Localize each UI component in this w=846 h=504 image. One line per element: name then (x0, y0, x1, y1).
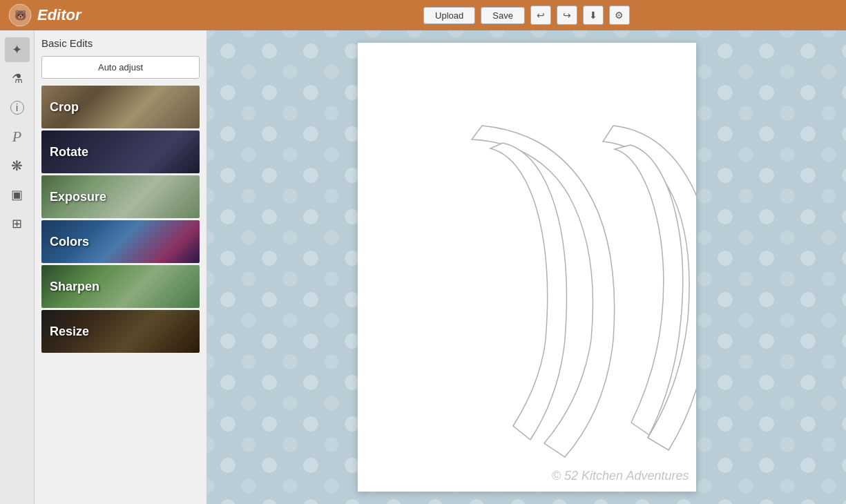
tool-resize-label: Resize (41, 324, 89, 339)
sidebar-item-textures[interactable]: ⊞ (5, 211, 30, 236)
sidebar-item-lab[interactable]: ⚗ (5, 66, 30, 91)
redo-button[interactable]: ↪ (557, 6, 577, 25)
tool-sharpen[interactable]: Sharpen (41, 265, 200, 308)
icon-sidebar: ✦ ⚗ i P ❋ ▣ ⊞ (0, 30, 35, 504)
svg-text:🐻: 🐻 (15, 10, 27, 21)
app-title: Editor (37, 6, 81, 24)
logo-area: 🐻 Editor (8, 3, 81, 27)
panel-title: Basic Edits (41, 37, 200, 49)
text-icon: P (12, 128, 21, 146)
tool-colors[interactable]: Colors (41, 220, 200, 263)
undo-button[interactable]: ↩ (530, 6, 551, 25)
lab-icon: ⚗ (12, 71, 23, 86)
watermark: © 52 Kitchen Adventures (552, 469, 689, 483)
app-header: 🐻 Editor Upload Save ↩ ↪ ⬇ ⚙ (0, 0, 846, 30)
tool-resize[interactable]: Resize (41, 310, 200, 353)
sidebar-item-stickers[interactable]: ❋ (5, 153, 30, 178)
redo-icon: ↪ (563, 10, 571, 21)
sidebar-item-frames[interactable]: ▣ (5, 182, 30, 207)
tool-crop[interactable]: Crop (41, 86, 200, 128)
textures-icon: ⊞ (12, 216, 22, 231)
main-toolbar: Upload Save ↩ ↪ ⬇ ⚙ (207, 0, 846, 30)
auto-adjust-button[interactable]: Auto adjust (41, 56, 200, 79)
upload-button[interactable]: Upload (423, 7, 475, 24)
tool-rotate[interactable]: Rotate (41, 130, 200, 173)
undo-icon: ↩ (537, 10, 545, 21)
canvas-artwork (358, 43, 696, 492)
tool-colors-label: Colors (41, 235, 89, 249)
tool-exposure-label: Exposure (41, 190, 106, 204)
tool-sharpen-label: Sharpen (41, 280, 99, 294)
sidebar-item-effects[interactable]: ✦ (5, 37, 30, 62)
app-logo-icon: 🐻 (8, 3, 32, 27)
white-canvas: © 52 Kitchen Adventures (358, 43, 696, 492)
save-button[interactable]: Save (481, 7, 525, 24)
download-button[interactable]: ⬇ (583, 6, 604, 25)
main-content: ✦ ⚗ i P ❋ ▣ ⊞ Basic Edits Auto ad (0, 30, 846, 504)
tool-exposure[interactable]: Exposure (41, 175, 200, 218)
tool-rotate-label: Rotate (41, 145, 88, 159)
sidebar-item-text[interactable]: P (5, 124, 30, 149)
tool-crop-label: Crop (41, 100, 79, 115)
download-icon: ⬇ (589, 10, 597, 21)
frames-icon: ▣ (11, 187, 23, 202)
settings-icon: ⚙ (615, 10, 624, 21)
canvas-area: © 52 Kitchen Adventures (207, 30, 846, 504)
sidebar-item-info[interactable]: i (5, 95, 30, 120)
effects-icon: ✦ (12, 42, 22, 57)
tools-panel: Basic Edits Auto adjust Crop Rotate Expo… (35, 30, 207, 504)
settings-button[interactable]: ⚙ (609, 6, 630, 25)
stickers-icon: ❋ (11, 157, 23, 174)
info-icon: i (10, 101, 24, 115)
